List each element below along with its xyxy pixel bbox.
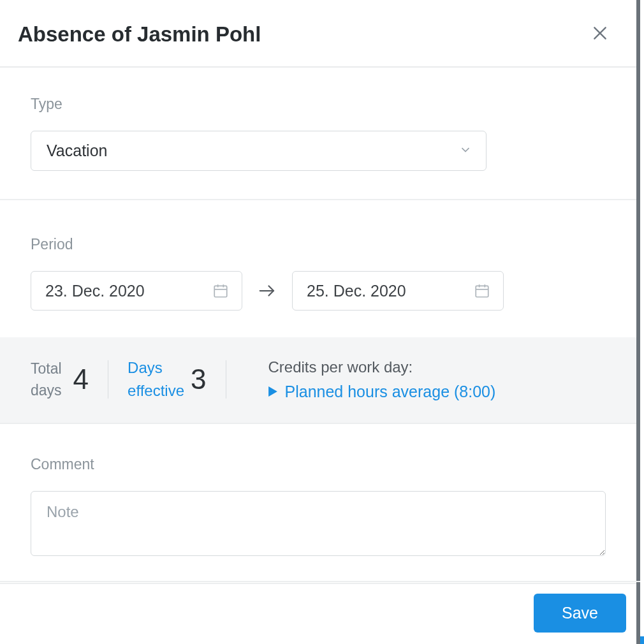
calendar-icon: [212, 282, 229, 299]
comment-section: Comment: [0, 424, 636, 584]
dialog-header: Absence of Jasmin Pohl: [0, 0, 636, 68]
period-section: Period 23. Dec. 2020 25. Dec. 2020 Total…: [0, 200, 636, 424]
close-icon: [592, 25, 608, 41]
svg-marker-11: [268, 386, 277, 397]
total-days-value: 4: [73, 363, 89, 395]
divider: [226, 360, 226, 399]
dialog-footer: Save: [0, 581, 640, 644]
end-date-input[interactable]: 25. Dec. 2020: [292, 271, 504, 311]
play-icon: [268, 386, 277, 397]
svg-rect-7: [476, 286, 488, 296]
type-select[interactable]: Vacation: [31, 131, 487, 171]
calendar-icon: [474, 282, 490, 299]
stats-bar: Total days 4 Days effective 3 Credits pe…: [0, 337, 636, 423]
close-button[interactable]: [589, 22, 611, 47]
type-select-wrap: Vacation: [31, 131, 487, 171]
period-row: 23. Dec. 2020 25. Dec. 2020: [31, 271, 606, 311]
absence-dialog: Absence of Jasmin Pohl Type Vacation Per…: [0, 0, 640, 644]
type-selected-value: Vacation: [47, 142, 107, 160]
arrow-right-icon: [258, 281, 277, 300]
days-effective-label[interactable]: Days effective: [128, 356, 191, 402]
comment-textarea[interactable]: [31, 491, 606, 556]
total-days-group: Total days 4: [31, 358, 108, 402]
days-effective-group: Days effective 3: [128, 356, 225, 402]
type-label: Type: [31, 96, 606, 113]
type-section: Type Vacation: [0, 68, 636, 200]
dialog-title: Absence of Jasmin Pohl: [18, 22, 261, 47]
save-button[interactable]: Save: [534, 594, 626, 633]
total-days-label: Total days: [31, 358, 73, 402]
scrollbar-accent: [640, 636, 644, 644]
days-effective-value: 3: [191, 363, 206, 395]
end-date-value: 25. Dec. 2020: [307, 282, 406, 300]
start-date-value: 23. Dec. 2020: [45, 282, 145, 300]
svg-rect-2: [214, 286, 227, 296]
credits-label: Credits per work day:: [268, 358, 496, 376]
start-date-input[interactable]: 23. Dec. 2020: [31, 271, 242, 311]
credits-link[interactable]: Planned hours average (8:00): [268, 383, 496, 401]
comment-label: Comment: [31, 456, 606, 473]
period-label: Period: [31, 236, 606, 253]
credits-block: Credits per work day: Planned hours aver…: [245, 358, 496, 401]
divider: [108, 360, 108, 399]
credits-link-text: Planned hours average (8:00): [285, 383, 496, 401]
